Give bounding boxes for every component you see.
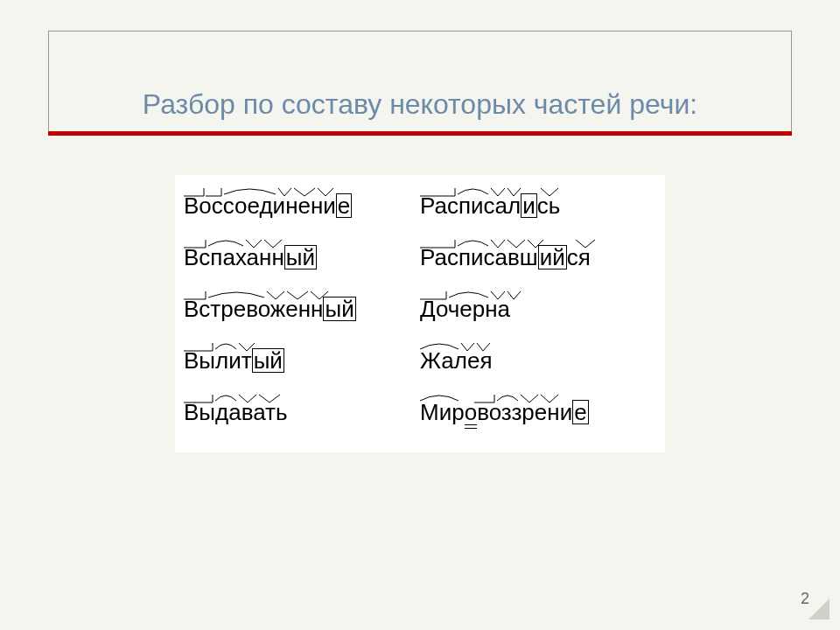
- title-box: Разбор по составу некоторых частей речи:: [48, 31, 792, 131]
- word-text: Воссоединение: [184, 192, 352, 220]
- word-cell: Встревоженный: [184, 296, 420, 323]
- word-cell: Воссоединение: [184, 192, 420, 220]
- word-row: Вылитый Жалея: [184, 347, 656, 374]
- word-text: Расписались: [420, 192, 560, 220]
- word-text: Встревоженный: [184, 296, 356, 323]
- content-area: Воссоединение Расписались: [175, 175, 665, 452]
- word-row: Выдавать Мировоззрение: [184, 399, 656, 426]
- word-cell: Выдавать: [184, 399, 420, 426]
- word-text: Дочерна: [420, 296, 510, 323]
- slide-title: Разбор по составу некоторых частей речи:: [143, 88, 697, 121]
- word-text: Расписавшийся: [420, 244, 591, 271]
- page-curl-icon: [808, 598, 830, 620]
- word-cell: Дочерна: [420, 296, 656, 323]
- word-row: Встревоженный Дочерна: [184, 296, 656, 323]
- word-cell: Жалея: [420, 347, 656, 374]
- word-cell: Вспаханный: [184, 244, 420, 271]
- word-cell: Расписались: [420, 192, 656, 220]
- word-row: Вспаханный Расписавшийся: [184, 244, 656, 271]
- slide: Разбор по составу некоторых частей речи:…: [0, 0, 840, 630]
- word-cell: Расписавшийся: [420, 244, 656, 271]
- word-cell: Вылитый: [184, 347, 420, 374]
- word-text: Вспаханный: [184, 244, 317, 271]
- word-text: Жалея: [420, 347, 492, 374]
- word-row: Воссоединение Расписались: [184, 192, 656, 220]
- word-text: Вылитый: [184, 347, 284, 374]
- word-text: Выдавать: [184, 399, 288, 426]
- word-cell: Мировоззрение: [420, 399, 656, 426]
- title-frame: Разбор по составу некоторых частей речи:: [48, 31, 792, 131]
- title-underline: [48, 131, 792, 136]
- word-text: Мировоззрение: [420, 399, 589, 426]
